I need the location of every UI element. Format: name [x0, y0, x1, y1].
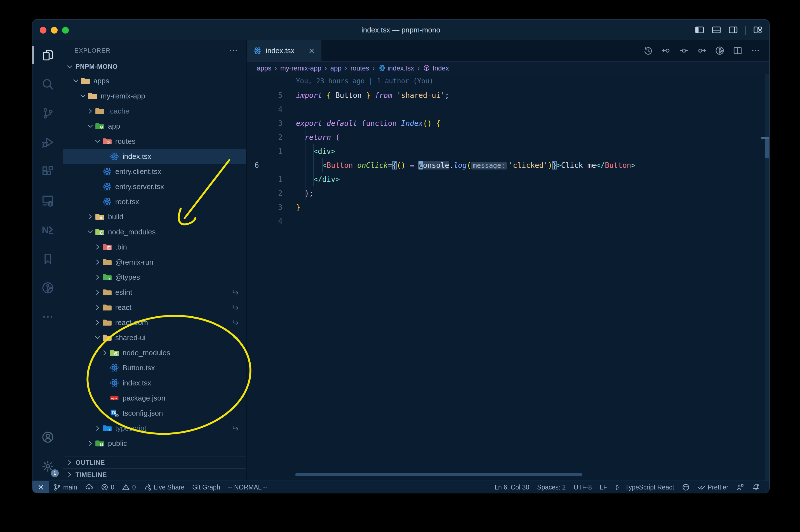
code-token: >	[631, 161, 635, 170]
code-line: 1 </div>	[247, 172, 769, 186]
breadcrumb-item-apps[interactable]: apps	[257, 64, 271, 72]
tree-item--remix-run[interactable]: @remix-run	[63, 254, 246, 270]
tree-item-root-tsx[interactable]: root.tsx	[63, 194, 246, 209]
line-number: 1	[247, 144, 283, 158]
react-icon	[110, 152, 119, 161]
tree-item-typescript[interactable]: TStypescript	[63, 421, 246, 436]
activity-search[interactable]	[33, 69, 63, 98]
activity-settings[interactable]: 1	[33, 452, 63, 480]
activity-remote-explorer[interactable]	[33, 186, 63, 215]
tree-item-react-dom[interactable]: react-dom	[63, 315, 246, 330]
zoom-window-button[interactable]	[62, 26, 69, 33]
layout-sidebar-left-icon[interactable]	[695, 25, 704, 35]
status-notifications[interactable]	[748, 481, 764, 493]
commit-icon[interactable]	[679, 46, 689, 55]
status-encoding[interactable]: UTF-8	[570, 481, 596, 493]
tree-item-button-tsx[interactable]: Button.tsx	[63, 360, 246, 375]
status-branch[interactable]: main	[49, 481, 81, 493]
tree-item--types[interactable]: TS@types	[63, 270, 246, 285]
folder-bin-icon: 0110	[102, 242, 112, 252]
compare-previous-icon[interactable]	[661, 46, 671, 55]
activity-gitlens[interactable]	[33, 273, 63, 302]
activity-extensions[interactable]	[33, 157, 63, 186]
tree-item-shared-ui[interactable]: shared-ui	[63, 330, 246, 345]
layout-panel-icon[interactable]	[711, 25, 721, 35]
tree-item-index-tsx[interactable]: index.tsx	[63, 149, 246, 164]
chevron-right-icon	[86, 439, 95, 448]
tree-item-my-remix-app[interactable]: my-remix-app	[63, 89, 246, 103]
vertical-scrollbar[interactable]	[765, 139, 769, 158]
workspace-section-header[interactable]: PNPM-MONO	[63, 60, 246, 73]
section-timeline[interactable]: TIMELINE	[63, 468, 246, 480]
breadcrumb-item-index-tsx[interactable]: index.tsx	[378, 64, 414, 72]
status-git-graph[interactable]: Git Graph	[188, 481, 224, 493]
status-remote[interactable]	[33, 481, 49, 493]
tree-item-label: routes	[115, 137, 135, 146]
code-token: }	[296, 203, 300, 211]
activity-bookmarks[interactable]	[33, 244, 63, 273]
layout-sidebar-right-icon[interactable]	[728, 25, 738, 35]
customize-layout-icon[interactable]	[753, 25, 763, 35]
breadcrumb-separator: ›	[345, 64, 347, 72]
status-publish[interactable]	[81, 481, 97, 493]
split-editor-icon[interactable]	[733, 46, 742, 55]
tree-item-node-modules[interactable]: JSnode_modules	[63, 224, 246, 240]
tree-item--cache[interactable]: .cache	[63, 103, 246, 119]
tree-item-node-modules[interactable]: JSnode_modules	[63, 345, 246, 360]
tree-item-tsconfig-json[interactable]: TStsconfig.json	[63, 405, 246, 421]
tree-item-react[interactable]: react	[63, 300, 246, 315]
code-editor[interactable]: You, 23 hours ago | 1 author (You)5impor…	[247, 74, 769, 480]
tree-item--bin[interactable]: 0110.bin	[63, 240, 246, 254]
activity-source-control[interactable]	[33, 98, 63, 128]
code-token: return	[305, 133, 331, 141]
chevron-right-icon	[93, 258, 102, 266]
activity-accounts[interactable]	[33, 422, 63, 452]
tree-item-public[interactable]: public	[63, 436, 246, 451]
breadcrumb-item-my-remix-app[interactable]: my-remix-app	[280, 64, 321, 72]
section-outline[interactable]: OUTLINE	[63, 456, 246, 468]
tree-item-package-json[interactable]: npmpackage.json	[63, 391, 246, 405]
breadcrumb-item-index[interactable]: Index	[423, 64, 449, 72]
breadcrumb-item-routes[interactable]: routes	[350, 64, 369, 72]
status-indentation[interactable]: Spaces: 2	[533, 481, 570, 493]
code-token: >	[331, 147, 336, 155]
status-errors[interactable]: 0	[97, 481, 118, 493]
compare-next-icon[interactable]	[697, 46, 707, 55]
code-token: {	[392, 161, 397, 170]
tree-item-build[interactable]: build	[63, 209, 246, 224]
explorer-more-actions-icon[interactable]: ⋯	[229, 45, 238, 55]
status-language-mode[interactable]: {}TypeScript React	[611, 481, 678, 493]
status-copilot[interactable]	[678, 481, 694, 493]
breadcrumb-item-app[interactable]: app	[330, 64, 342, 72]
history-icon[interactable]	[643, 46, 653, 55]
indent-guide	[305, 130, 305, 200]
tree-item-entry-server-tsx[interactable]: entry.server.tsx	[63, 179, 246, 194]
more-actions-icon[interactable]	[751, 46, 760, 55]
tree-item-app[interactable]: app	[63, 119, 246, 134]
status-feedback[interactable]	[732, 481, 748, 493]
gitlens-icon[interactable]	[715, 46, 724, 55]
minimize-window-button[interactable]	[51, 26, 58, 33]
status-vim-mode[interactable]: -- NORMAL --	[224, 481, 271, 493]
horizontal-scrollbar[interactable]	[296, 473, 583, 476]
status-live-share[interactable]: Live Share	[140, 481, 189, 493]
status-eol[interactable]: LF	[596, 481, 611, 493]
tree-item-entry-client-tsx[interactable]: entry.client.tsx	[63, 164, 246, 179]
symlink-icon	[232, 334, 240, 342]
activity-run-debug[interactable]	[33, 128, 63, 157]
tree-item-index-tsx[interactable]: index.tsx	[63, 375, 246, 391]
activity-nx-console[interactable]: N	[33, 215, 63, 244]
tree-item-apps[interactable]: apps	[63, 73, 246, 89]
status-formatter[interactable]: Prettier	[694, 481, 732, 493]
status-cursor-position[interactable]: Ln 6, Col 30	[491, 481, 533, 493]
window-title: index.tsx — pnpm-mono	[33, 26, 769, 34]
close-window-button[interactable]	[40, 26, 46, 33]
activity-more[interactable]	[33, 302, 63, 331]
code-token	[397, 119, 401, 128]
close-tab-icon[interactable]	[308, 47, 316, 55]
tree-item-routes[interactable]: routes	[63, 134, 246, 149]
tab-index-tsx[interactable]: index.tsx	[247, 40, 322, 61]
status-warnings[interactable]: 0	[118, 481, 140, 493]
tree-item-eslint[interactable]: eslint	[63, 285, 246, 300]
activity-explorer[interactable]	[33, 40, 63, 69]
